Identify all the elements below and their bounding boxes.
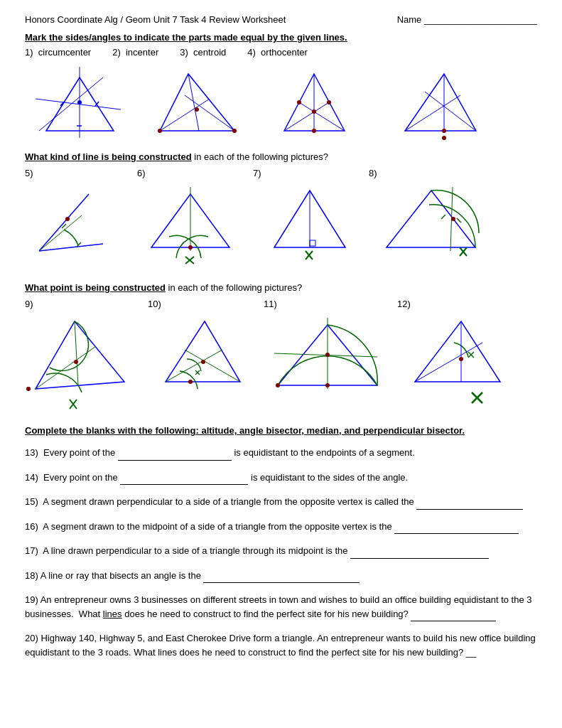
section3-figures: 9) 10) bbox=[25, 299, 537, 414]
fig6-svg bbox=[137, 180, 247, 265]
fig-7: 7) bbox=[253, 168, 363, 265]
fig7-label: 7) bbox=[253, 168, 261, 178]
svg-point-55 bbox=[74, 360, 78, 364]
blank-15[interactable] bbox=[416, 495, 523, 510]
fig-12: 12) bbox=[397, 299, 514, 414]
fig8-label: 8) bbox=[369, 168, 377, 178]
fig-9: 9) bbox=[25, 299, 142, 414]
blank-14[interactable] bbox=[120, 471, 248, 486]
svg-point-22 bbox=[327, 100, 331, 105]
item18-num: 18) A line or ray that bisects an angle … bbox=[25, 570, 203, 581]
fig5-svg bbox=[25, 180, 114, 265]
svg-point-14 bbox=[232, 129, 237, 133]
item15-num: 15) A segment drawn perpendicular to a s… bbox=[25, 496, 416, 507]
fig-8: 8) bbox=[369, 168, 493, 272]
term-4: 4) orthocenter bbox=[247, 47, 308, 58]
svg-line-54 bbox=[75, 321, 78, 385]
svg-point-21 bbox=[297, 100, 301, 105]
svg-line-29 bbox=[39, 194, 89, 251]
term-2: 2) incenter bbox=[112, 47, 158, 58]
svg-line-53 bbox=[36, 346, 96, 389]
fig-5: 5) bbox=[25, 168, 131, 265]
fill-title: Complete the blanks with the following: … bbox=[25, 425, 537, 436]
fig11-svg bbox=[264, 311, 388, 414]
fill-item-17: 17) A line drawn perpendicular to a side… bbox=[25, 544, 537, 559]
blank-13[interactable] bbox=[118, 446, 232, 461]
svg-line-62 bbox=[166, 350, 222, 382]
section1-instruction-text: Mark the sides/angles to indicate the pa… bbox=[25, 32, 347, 43]
blank-16[interactable] bbox=[394, 520, 519, 535]
item14-num: 14) Every point on the bbox=[25, 472, 120, 483]
svg-marker-72 bbox=[415, 321, 500, 382]
fig7-svg bbox=[253, 180, 363, 265]
figures-row-1 bbox=[25, 63, 537, 141]
svg-point-27 bbox=[442, 129, 446, 133]
blank-19[interactable] bbox=[411, 607, 496, 622]
header: Honors Coordinate Alg / Geom Unit 7 Task… bbox=[25, 14, 537, 25]
fill-item-14: 14) Every point on the is equidistant to… bbox=[25, 471, 537, 486]
fig10-label: 10) bbox=[148, 299, 161, 309]
item19-underline: lines bbox=[103, 609, 122, 619]
svg-line-11 bbox=[188, 74, 199, 131]
fig9-label: 9) bbox=[25, 299, 33, 309]
svg-point-65 bbox=[188, 380, 193, 384]
svg-point-20 bbox=[312, 129, 316, 133]
svg-point-19 bbox=[312, 109, 316, 114]
svg-point-71 bbox=[276, 383, 280, 387]
item13-rest: is equidistant to the endpoints of a seg… bbox=[232, 447, 415, 458]
svg-point-37 bbox=[188, 245, 193, 250]
fig-10: 10) bbox=[148, 299, 258, 414]
fill-item-16: 16) A segment drawn to the midpoint of a… bbox=[25, 520, 537, 535]
svg-line-34 bbox=[39, 215, 82, 251]
svg-point-70 bbox=[325, 383, 330, 387]
blank-18[interactable] bbox=[203, 569, 360, 584]
fig5-label: 5) bbox=[25, 168, 33, 178]
fig-orthocenter bbox=[377, 63, 487, 141]
fill-item-15: 15) A segment drawn perpendicular to a s… bbox=[25, 495, 537, 510]
name-line: Name ______________________ bbox=[397, 14, 537, 25]
svg-line-51 bbox=[457, 218, 461, 223]
svg-point-13 bbox=[158, 129, 162, 133]
svg-marker-59 bbox=[166, 321, 240, 382]
svg-line-3 bbox=[39, 77, 103, 131]
fig9-svg bbox=[25, 311, 139, 414]
item20-text: 20) Highway 140, Highway 5, and East Che… bbox=[25, 633, 536, 658]
fig12-label: 12) bbox=[397, 299, 411, 309]
item17-num: 17) A line drawn perpendicular to a side… bbox=[25, 545, 350, 556]
fill-item-20: 20) Highway 140, Highway 5, and East Che… bbox=[25, 631, 537, 659]
item13-num: 13) Every point of the bbox=[25, 447, 118, 458]
term-1: 1) circumcenter bbox=[25, 47, 91, 58]
fig10-svg bbox=[148, 311, 258, 414]
svg-line-26 bbox=[425, 92, 476, 131]
section3-bold: What point is being constructed bbox=[25, 282, 166, 293]
svg-marker-52 bbox=[36, 321, 124, 389]
section2-rest: in each of the following pictures? bbox=[192, 151, 328, 162]
svg-line-50 bbox=[441, 215, 445, 219]
svg-point-64 bbox=[201, 360, 205, 364]
svg-point-69 bbox=[325, 353, 330, 357]
fill-item-19: 19) An entrepreneur owns 3 businesses on… bbox=[25, 593, 537, 621]
svg-line-63 bbox=[185, 350, 240, 382]
svg-point-47 bbox=[451, 217, 455, 221]
fig-6: 6) bbox=[137, 168, 247, 265]
fig-11: 11) bbox=[264, 299, 391, 414]
section2-bold: What kind of line is being constructed bbox=[25, 151, 192, 162]
svg-line-25 bbox=[405, 95, 460, 131]
svg-line-30 bbox=[39, 244, 103, 251]
blank-17[interactable] bbox=[350, 544, 489, 559]
section2-figures: 5) 6) bbox=[25, 168, 537, 272]
fill-item-13: 13) Every point of the is equidistant to… bbox=[25, 446, 537, 461]
svg-point-77 bbox=[459, 357, 463, 361]
svg-point-56 bbox=[26, 387, 31, 391]
svg-point-12 bbox=[195, 107, 199, 112]
fill-item-18: 18) A line or ray that bisects an angle … bbox=[25, 569, 537, 584]
section2-intro: What kind of line is being constructed i… bbox=[25, 151, 537, 162]
fig-incenter bbox=[142, 63, 252, 141]
section1-instruction: Mark the sides/angles to indicate the pa… bbox=[25, 32, 537, 43]
svg-line-2 bbox=[36, 99, 121, 109]
terms-row: 1) circumcenter 2) incenter 3) centroid … bbox=[25, 47, 537, 58]
fill-section: Complete the blanks with the following: … bbox=[25, 425, 537, 659]
fig-circumcenter bbox=[25, 63, 135, 141]
svg-point-28 bbox=[442, 136, 446, 140]
svg-point-33 bbox=[65, 217, 70, 221]
